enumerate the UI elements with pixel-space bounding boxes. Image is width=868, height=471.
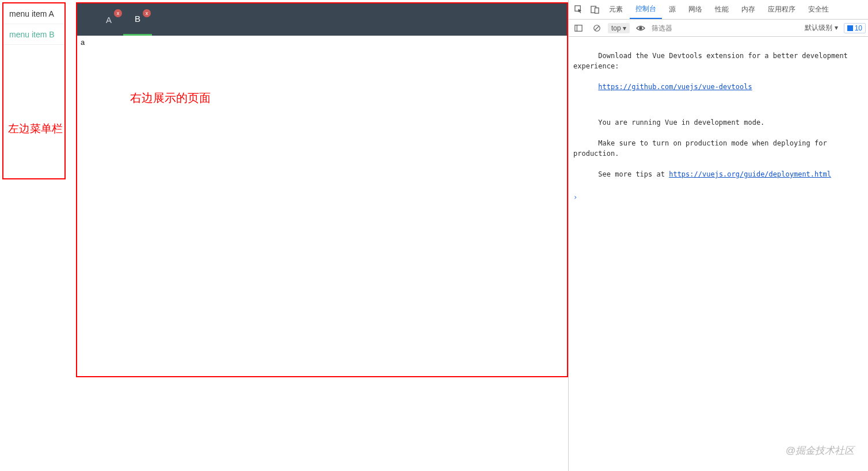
content-area: a 右边展示的页面 <box>77 36 567 376</box>
devtools-tab-network[interactable]: 网络 <box>683 0 708 19</box>
clear-console-icon[interactable] <box>589 21 604 36</box>
svg-rect-2 <box>595 8 599 13</box>
issues-count: 10 <box>855 24 862 32</box>
devtools-tab-memory[interactable]: 内存 <box>736 0 761 19</box>
tab-label: A <box>106 15 112 25</box>
tab-label: B <box>135 14 140 24</box>
console-message: You are running Vue in development mode.… <box>573 107 863 190</box>
devtools-tab-application[interactable]: 应用程序 <box>762 0 801 19</box>
console-prompt[interactable]: › <box>573 193 863 201</box>
content-annotation: 右边展示的页面 <box>130 90 211 106</box>
tab-a[interactable]: A x <box>94 3 123 36</box>
console-link[interactable]: https://vuejs.org/guide/deployment.html <box>669 170 831 178</box>
devtools-tab-elements[interactable]: 元素 <box>603 0 629 19</box>
context-selector[interactable]: top ▾ <box>608 23 630 33</box>
device-toolbar-icon[interactable] <box>587 2 602 17</box>
live-expression-icon[interactable] <box>633 21 648 36</box>
sidebar-annotation: 左边菜单栏 <box>8 121 63 136</box>
svg-rect-3 <box>575 25 582 31</box>
issues-badge[interactable]: 10 <box>844 23 866 33</box>
sidebar: menu item A menu item B 左边菜单栏 <box>2 2 66 179</box>
watermark: @掘金技术社区 <box>786 444 854 457</box>
content-value: a <box>81 38 564 47</box>
sidebar-toggle-icon[interactable] <box>571 21 586 36</box>
tab-b[interactable]: B x <box>123 3 152 36</box>
console-toolbar: top ▾ 默认级别 ▾ 10 <box>569 20 868 37</box>
svg-point-7 <box>639 26 642 29</box>
sidebar-item-b[interactable]: menu item B <box>3 24 64 45</box>
sidebar-item-label: menu item B <box>9 30 55 39</box>
devtools-tab-sources[interactable]: 源 <box>663 0 682 19</box>
devtools-tab-bar: 元素 控制台 源 网络 性能 内存 应用程序 安全性 <box>569 0 868 20</box>
devtools-tab-performance[interactable]: 性能 <box>709 0 734 19</box>
console-output[interactable]: Download the Vue Devtools extension for … <box>569 37 868 471</box>
log-level-selector[interactable]: 默认级别 ▾ <box>802 22 840 34</box>
svg-line-6 <box>595 26 599 30</box>
main-panel: A x B x a 右边展示的页面 <box>76 2 568 377</box>
inspect-element-icon[interactable] <box>571 2 586 17</box>
console-message: Download the Vue Devtools extension for … <box>573 40 863 102</box>
close-icon[interactable]: x <box>143 9 151 17</box>
issues-icon <box>847 25 853 31</box>
devtools-tab-console[interactable]: 控制台 <box>630 0 662 19</box>
close-icon[interactable]: x <box>114 9 122 17</box>
sidebar-item-a[interactable]: menu item A <box>3 3 64 24</box>
sidebar-item-label: menu item A <box>9 9 54 18</box>
devtools-panel: 元素 控制台 源 网络 性能 内存 应用程序 安全性 top ▾ 默认级别 ▾ … <box>568 0 868 471</box>
tab-bar: A x B x <box>77 3 567 36</box>
devtools-tab-security[interactable]: 安全性 <box>802 0 835 19</box>
console-link[interactable]: https://github.com/vuejs/vue-devtools <box>598 83 752 91</box>
console-filter-input[interactable] <box>652 24 738 32</box>
